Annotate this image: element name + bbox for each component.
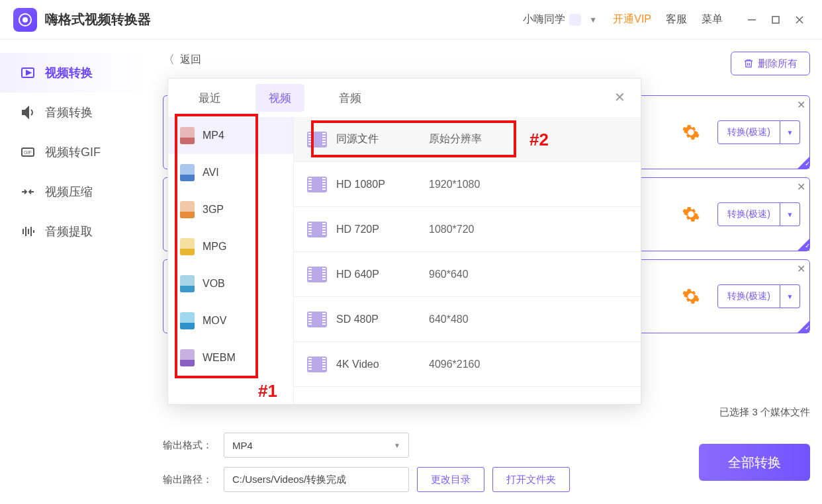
format-item-mp4[interactable]: MP4 [168, 117, 293, 154]
audio-convert-icon [20, 105, 36, 120]
settings-icon[interactable] [682, 205, 700, 224]
user-badge-icon [569, 14, 581, 26]
file-icon [180, 238, 195, 255]
format-item-mpg[interactable]: MPG [168, 228, 293, 265]
app-title: 嗨格式视频转换器 [45, 11, 151, 28]
format-list[interactable]: MP4 AVI 3GP MPG VOB MOV WEBM [168, 117, 294, 404]
compress-icon [20, 184, 36, 200]
settings-icon[interactable] [682, 123, 700, 142]
titlebar: 嗨格式视频转换器 小嗨同学 ▼ 开通VIP 客服 菜单 [0, 0, 822, 40]
format-item-mov[interactable]: MOV [168, 302, 293, 339]
card-close-icon[interactable]: ✕ [797, 181, 805, 193]
user-name[interactable]: 小嗨同学 [523, 13, 565, 26]
settings-icon[interactable] [682, 287, 700, 306]
card-close-icon[interactable]: ✕ [797, 263, 805, 275]
format-popup: 最近 视频 音频 ✕ MP4 AVI 3GP MPG VOB MOV WEBM … [167, 78, 641, 405]
film-icon [307, 357, 327, 372]
format-item-3gp[interactable]: 3GP [168, 191, 293, 228]
format-item-avi[interactable]: AVI [168, 154, 293, 191]
film-icon [307, 177, 327, 192]
svg-marker-5 [26, 71, 30, 75]
popup-close-icon[interactable]: ✕ [610, 88, 629, 106]
checkmark-icon [798, 239, 809, 251]
output-format-select[interactable]: MP4 ▼ [224, 433, 409, 458]
file-icon [180, 127, 195, 144]
sidebar-label: 音频提取 [45, 224, 93, 239]
sidebar-item-video-convert[interactable]: 视频转换 [0, 53, 151, 93]
close-button[interactable] [790, 11, 809, 29]
film-icon [307, 132, 327, 147]
sidebar-label: 视频转GIF [45, 144, 101, 160]
video-convert-icon [20, 65, 36, 81]
sidebar: 视频转换 音频转换 GIF 视频转GIF 视频压缩 音频提取 [0, 40, 151, 504]
menu-link[interactable]: 菜单 [702, 13, 723, 26]
open-folder-button[interactable]: 打开文件夹 [492, 467, 570, 492]
convert-button[interactable]: 转换(极速) [717, 202, 780, 226]
sidebar-item-audio-extract[interactable]: 音频提取 [0, 212, 151, 251]
convert-button[interactable]: 转换(极速) [717, 120, 780, 144]
resolution-list[interactable]: 同源文件原始分辨率 HD 1080P1920*1080 HD 720P1080*… [294, 117, 641, 404]
popup-tab-audio[interactable]: 音频 [326, 84, 375, 112]
sidebar-label: 音频转换 [45, 105, 93, 120]
popup-tab-recent[interactable]: 最近 [185, 84, 234, 112]
gif-icon: GIF [20, 144, 36, 160]
selection-status: 已选择 3 个媒体文件 [719, 406, 810, 419]
back-label: 返回 [180, 53, 201, 67]
sidebar-item-video-gif[interactable]: GIF 视频转GIF [0, 132, 151, 172]
file-icon [180, 275, 195, 292]
film-icon [307, 267, 327, 282]
support-link[interactable]: 客服 [666, 13, 687, 26]
output-format-label: 输出格式： [163, 439, 216, 452]
convert-button[interactable]: 转换(极速) [717, 284, 780, 308]
resolution-item[interactable]: HD 1080P1920*1080 [294, 162, 641, 207]
film-icon [307, 222, 327, 237]
file-icon [180, 164, 195, 181]
file-icon [180, 349, 195, 366]
file-icon [180, 312, 195, 329]
extract-icon [20, 224, 36, 239]
resolution-item[interactable]: 同源文件原始分辨率 [294, 117, 641, 162]
app-logo [13, 8, 37, 32]
output-path-label: 输出路径： [163, 474, 216, 486]
convert-dropdown[interactable]: ▼ [780, 120, 800, 144]
resolution-item[interactable]: HD 720P1080*720 [294, 207, 641, 252]
sidebar-item-video-compress[interactable]: 视频压缩 [0, 172, 151, 212]
file-icon [180, 201, 195, 218]
format-item-vob[interactable]: VOB [168, 265, 293, 302]
minimize-button[interactable] [743, 11, 761, 29]
user-dropdown-caret[interactable]: ▼ [589, 15, 597, 24]
convert-all-button[interactable]: 全部转换 [699, 444, 810, 481]
svg-marker-6 [23, 107, 28, 118]
chevron-left-icon: 〈 [163, 52, 175, 67]
checkmark-icon [798, 157, 809, 169]
format-item-webm[interactable]: WEBM [168, 339, 293, 376]
resolution-item[interactable]: SD 480P640*480 [294, 297, 641, 342]
vip-link[interactable]: 开通VIP [613, 13, 651, 26]
checkmark-icon [798, 321, 809, 333]
delete-all-button[interactable]: 删除所有 [731, 52, 810, 75]
change-dir-button[interactable]: 更改目录 [417, 467, 484, 492]
svg-text:GIF: GIF [24, 150, 32, 155]
resolution-item[interactable]: HD 640P960*640 [294, 252, 641, 297]
card-close-icon[interactable]: ✕ [797, 99, 805, 111]
popup-tab-video[interactable]: 视频 [255, 84, 304, 112]
maximize-button[interactable] [766, 11, 785, 29]
sidebar-label: 视频转换 [45, 65, 93, 81]
trash-icon [743, 58, 754, 69]
sidebar-item-audio-convert[interactable]: 音频转换 [0, 93, 151, 132]
back-button[interactable]: 〈 返回 [163, 52, 810, 67]
film-icon [307, 312, 327, 327]
convert-dropdown[interactable]: ▼ [780, 202, 800, 226]
chevron-down-icon: ▼ [394, 442, 400, 449]
convert-dropdown[interactable]: ▼ [780, 284, 800, 308]
output-path-input[interactable]: C:/Users/Videos/转换完成 [224, 467, 409, 492]
resolution-item[interactable]: 4K Video4096*2160 [294, 342, 641, 387]
sidebar-label: 视频压缩 [45, 184, 93, 200]
svg-rect-1 [772, 17, 779, 23]
